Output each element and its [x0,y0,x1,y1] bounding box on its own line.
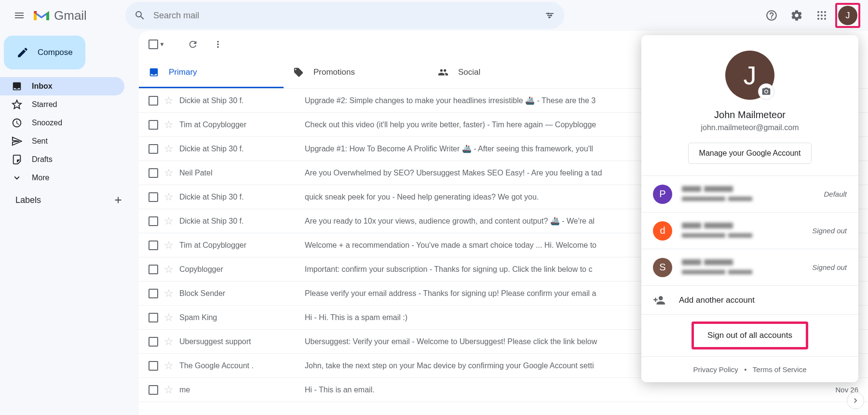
row-checkbox[interactable] [149,168,158,178]
email-snippet: - These are the 3 [535,96,596,105]
email-sender: Dickie at Ship 30 f. [179,145,299,153]
row-checkbox[interactable] [149,337,158,347]
row-checkbox[interactable] [149,216,158,226]
sidebar-item-starred[interactable]: Starred [0,95,124,114]
add-account-button[interactable]: Add another account [641,285,858,314]
email-snippet: - Thanks for signing up. Click the link … [427,265,592,273]
star-button[interactable]: ☆ [164,119,174,131]
switch-account-row[interactable]: d Signed out [641,212,858,249]
email-sender: Spam King [179,313,299,322]
account-avatar: P [653,185,672,204]
avatar-container: J [725,51,774,100]
switch-account-row[interactable]: S Signed out [641,249,858,285]
checkbox-icon [149,40,158,49]
account-info [682,222,802,240]
switch-account-row[interactable]: P Default [641,175,858,212]
search-options-icon[interactable] [544,10,556,21]
row-checkbox[interactable] [149,144,158,154]
email-sender: Dickie at Ship 30 f. [179,193,299,201]
email-sender: Block Sender [179,289,299,298]
details-toggle-button[interactable] [847,392,864,409]
account-name: John Mailmeteor [651,109,849,120]
sidebar-item-inbox[interactable]: Inbox [0,77,124,95]
star-button[interactable]: ☆ [164,287,174,300]
sidebar-item-more[interactable]: More [0,169,124,187]
tab-promotions[interactable]: Promotions [284,58,428,88]
more-button[interactable] [206,33,230,56]
gmail-logo[interactable]: Gmail [33,8,87,23]
privacy-link[interactable]: Privacy Policy [693,365,738,374]
star-button[interactable]: ☆ [164,143,174,155]
gmail-icon [33,9,50,22]
row-checkbox[interactable] [149,361,158,371]
email-sender: Dickie at Ship 30 f. [179,96,299,105]
email-sender: Ubersuggest support [179,337,299,346]
nav-label: Starred [32,100,57,109]
email-snippet: - We're al [560,217,595,225]
other-accounts: P Defaultd Signed outS Signed out [641,175,858,285]
tab-primary[interactable]: Primary [139,58,284,88]
star-button[interactable]: ☆ [164,191,174,203]
star-button[interactable]: ☆ [164,239,174,252]
chevron-down-icon [12,173,22,183]
svg-point-2 [548,16,550,18]
email-snippet: - Are you feeling a tad [525,169,602,177]
signout-all-button[interactable]: Sign out of all accounts [692,321,808,349]
support-button[interactable] [760,4,783,27]
add-label-button[interactable] [113,195,123,205]
account-avatar: d [653,221,672,241]
star-button[interactable]: ☆ [164,384,174,396]
star-button[interactable]: ☆ [164,360,174,372]
search-icon[interactable] [134,10,146,21]
row-checkbox[interactable] [149,192,158,202]
star-button[interactable]: ☆ [164,94,174,107]
star-button[interactable]: ☆ [164,215,174,228]
row-checkbox[interactable] [149,313,158,322]
sidebar-item-sent[interactable]: Sent [0,132,124,150]
account-button[interactable]: J [838,6,857,25]
chevron-right-icon [851,396,860,405]
row-checkbox[interactable] [149,289,158,298]
account-email: john.mailmeteor@gmail.com [651,123,849,132]
account-status: Default [824,190,847,198]
apps-button[interactable] [810,4,833,27]
row-checkbox[interactable] [149,96,158,106]
refresh-button[interactable] [181,33,204,56]
manage-account-button[interactable]: Manage your Google Account [688,143,812,164]
star-button[interactable]: ☆ [164,263,174,276]
app-name: Gmail [54,8,87,23]
svg-point-1 [550,14,552,16]
compose-button[interactable]: Compose [4,36,85,69]
caret-down-icon: ▼ [159,41,165,48]
star-button[interactable]: ☆ [164,335,174,348]
row-checkbox[interactable] [149,385,158,395]
change-photo-button[interactable] [758,83,774,100]
star-button[interactable]: ☆ [164,311,174,324]
row-checkbox[interactable] [149,241,158,250]
account-footer: Privacy Policy • Terms of Service [641,356,858,382]
email-snippet: - You've made a smart choice today ... H… [409,241,597,249]
more-vert-icon [213,39,223,50]
tab-label: Social [458,67,480,77]
sidebar-item-snoozed[interactable]: Snoozed [0,114,124,132]
sidebar-item-drafts[interactable]: Drafts [0,150,124,169]
account-avatar: S [653,258,672,277]
menu-icon [14,10,25,21]
email-snippet: - Tim here again — Copyblogge [485,120,596,129]
header-right: J [760,3,860,28]
svg-point-7 [821,14,823,16]
search-bar [125,2,564,29]
settings-button[interactable] [785,4,808,27]
star-button[interactable]: ☆ [164,167,174,179]
search-input[interactable] [153,11,536,21]
gear-icon [790,9,803,22]
svg-point-5 [824,11,826,13]
tab-label: Promotions [313,67,355,77]
account-info [682,185,814,203]
terms-link[interactable]: Terms of Service [753,365,807,374]
select-all[interactable]: ▼ [149,40,165,49]
main-menu-button[interactable] [8,4,31,27]
row-checkbox[interactable] [149,265,158,274]
tab-social[interactable]: Social [428,58,573,88]
row-checkbox[interactable] [149,120,158,130]
